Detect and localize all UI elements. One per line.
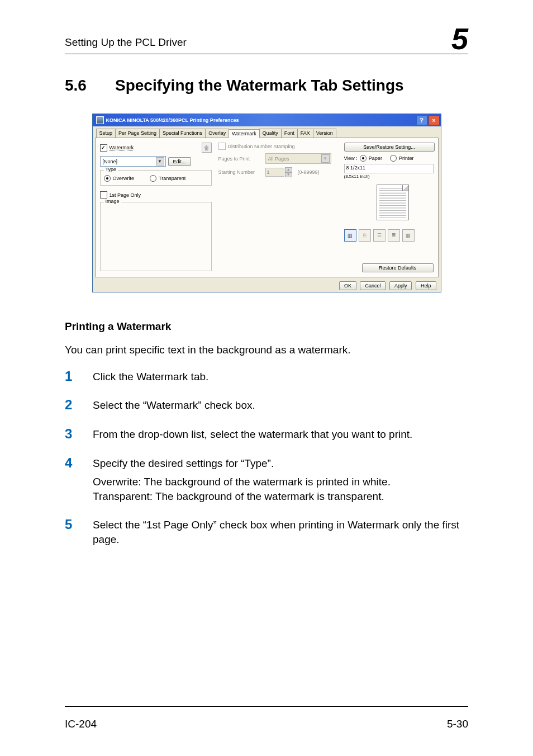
list-icon[interactable]: ≣	[388, 229, 400, 242]
footer-left: IC-204	[65, 718, 97, 730]
duplex-icon[interactable]: ⎘	[359, 229, 371, 242]
type-legend: Type	[104, 167, 118, 172]
tab-watermark[interactable]: Watermark	[229, 129, 260, 138]
header-rule	[65, 54, 468, 54]
step-subtext: Overwrite: The background of the waterma…	[93, 475, 391, 503]
running-header: Setting Up the PCL Driver	[65, 36, 187, 49]
step-text: Select the “1st Page Only” check box whe…	[93, 518, 468, 546]
tab-strip: Setup Per Page Setting Special Functions…	[93, 126, 441, 138]
dialog-button-bar: OK Cancel Apply Help	[93, 280, 441, 292]
starting-number-spinner: ▲ ▼	[265, 167, 292, 177]
chevron-down-icon: ▼	[156, 157, 164, 166]
step-number: 5	[65, 518, 93, 531]
window-title: KONICA MINOLTA 500/420/360PCL Printing P…	[106, 117, 239, 123]
tab-quality[interactable]: Quality	[259, 129, 282, 138]
paper-size-name: 8 1/2x11	[346, 165, 431, 171]
view-printer-label: Printer	[399, 155, 414, 161]
cancel-button[interactable]: Cancel	[360, 281, 386, 290]
intro-paragraph: You can print specific text in the backg…	[65, 343, 468, 357]
pages-to-print-dropdown: All Pages ▼	[265, 153, 331, 164]
dist-num-checkbox[interactable]	[218, 143, 226, 150]
titlebar: KONICA MINOLTA 500/420/360PCL Printing P…	[93, 114, 441, 126]
tab-perpage[interactable]: Per Page Setting	[115, 129, 160, 138]
layout-icon[interactable]: ▥	[344, 229, 356, 242]
starting-number-range: (0-99999)	[298, 169, 320, 175]
step-text: From the drop-down list, select the wate…	[93, 427, 412, 442]
tab-panel: Watermark 🗑 [None] ▼ Edit... Type Overwr	[95, 138, 439, 277]
spin-down-icon: ▼	[285, 172, 292, 177]
view-printer-radio[interactable]	[390, 155, 397, 162]
footer-right: 5-30	[447, 718, 468, 730]
chapter-number: 5	[451, 23, 468, 54]
overwrite-radio[interactable]	[104, 175, 111, 182]
first-page-label: 1st Page Only	[110, 192, 141, 198]
starting-number-input	[265, 168, 284, 177]
preview-icon-row: ▥ ⎘ ☰ ≣ ▦	[344, 229, 434, 242]
stack-icon[interactable]: ☰	[373, 229, 386, 242]
ok-button[interactable]: OK	[339, 281, 356, 290]
watermark-checkbox[interactable]	[100, 144, 107, 152]
app-icon	[96, 116, 104, 124]
starting-number-label: Starting Number	[218, 169, 263, 175]
type-groupbox: Type Overwrite Transparent	[100, 170, 212, 186]
paper-size-dim: (8.5x11 inch)	[344, 174, 434, 179]
step-number: 3	[65, 427, 93, 441]
page-preview	[367, 182, 411, 221]
pages-to-print-label: Pages to Print	[218, 156, 263, 162]
titlebar-close-button[interactable]: ×	[429, 115, 440, 125]
view-paper-label: Paper	[369, 155, 382, 161]
tab-fax[interactable]: FAX	[297, 129, 313, 138]
titlebar-help-button[interactable]: ?	[416, 115, 427, 125]
watermark-dropdown-value: [None]	[103, 159, 118, 164]
edit-button[interactable]: Edit...	[168, 157, 191, 166]
help-button[interactable]: Help	[416, 281, 436, 290]
chevron-down-icon: ▼	[321, 154, 330, 163]
step-text: Select the “Watermark” check box.	[93, 398, 255, 413]
step-number: 1	[65, 370, 93, 383]
section-number: 5.6	[65, 77, 115, 94]
section-heading: Specifying the Watermark Tab Settings	[115, 77, 404, 94]
tab-special[interactable]: Special Functions	[159, 129, 206, 138]
page-icon[interactable]: ▦	[402, 229, 415, 242]
delete-icon[interactable]: 🗑	[202, 143, 212, 153]
step-text: Specify the desired settings for “Type”.	[93, 456, 391, 471]
tab-version[interactable]: Version	[313, 129, 336, 138]
tab-font[interactable]: Font	[281, 129, 298, 138]
first-page-checkbox[interactable]	[100, 191, 107, 199]
image-legend: Image	[104, 199, 121, 204]
footer-rule	[65, 706, 468, 707]
watermark-dropdown[interactable]: [None] ▼	[100, 156, 166, 167]
image-groupbox: Image	[100, 202, 212, 271]
dist-num-label: Distribution Number Stamping	[228, 144, 295, 149]
watermark-label: Watermark	[110, 145, 134, 150]
pages-to-print-value: All Pages	[268, 156, 289, 162]
overwrite-label: Overwrite	[113, 176, 135, 181]
step-text: Click the Watermark tab.	[93, 370, 208, 384]
step-number: 2	[65, 398, 93, 412]
step-number: 4	[65, 456, 93, 470]
transparent-label: Transparent	[159, 176, 185, 181]
save-restore-button[interactable]: Save/Restore Setting...	[344, 143, 435, 152]
subheading: Printing a Watermark	[65, 320, 468, 333]
tab-overlay[interactable]: Overlay	[205, 129, 229, 138]
dialog-window: KONICA MINOLTA 500/420/360PCL Printing P…	[92, 114, 441, 292]
paper-size-box: 8 1/2x11	[344, 164, 434, 173]
tab-setup[interactable]: Setup	[96, 129, 116, 138]
apply-button[interactable]: Apply	[389, 281, 412, 290]
spin-up-icon: ▲	[285, 167, 292, 172]
transparent-radio[interactable]	[150, 175, 156, 182]
restore-defaults-button[interactable]: Restore Defaults	[362, 263, 434, 272]
view-label: View :	[344, 155, 358, 161]
view-paper-radio[interactable]	[360, 155, 367, 162]
